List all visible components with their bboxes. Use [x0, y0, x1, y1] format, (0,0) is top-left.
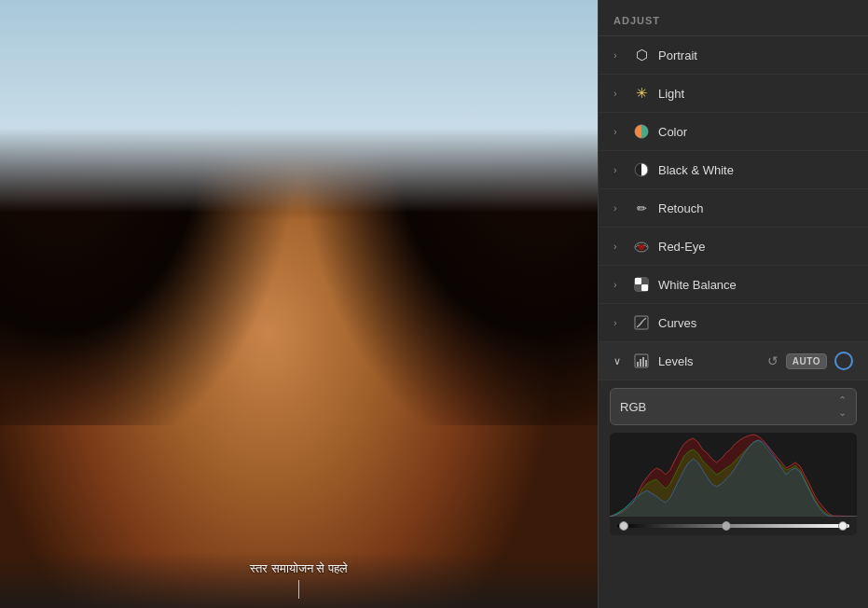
curves-label: Curves	[658, 316, 853, 330]
caption-area: स्तर समायोजन से पहले	[0, 552, 598, 608]
adjust-item-color[interactable]: › Color	[599, 113, 868, 151]
caption-line: स्तर समायोजन से पहले	[250, 561, 348, 599]
red-eye-label: Red-Eye	[658, 240, 853, 254]
chevron-levels: ∨	[613, 355, 623, 367]
retouch-icon: ✏	[632, 199, 651, 217]
portrait-label: Portrait	[658, 48, 853, 62]
svg-point-4	[639, 244, 644, 250]
svg-rect-6	[635, 278, 641, 284]
rgb-dropdown[interactable]: RGB ⌃⌄	[610, 388, 857, 425]
histogram-container	[610, 433, 857, 535]
adjust-item-curves[interactable]: › Curves	[599, 304, 868, 342]
red-eye-icon	[632, 237, 651, 256]
adjust-item-light[interactable]: › ✳ Light	[599, 75, 868, 113]
panel-header: ADJUST	[599, 0, 868, 36]
chevron-curves: ›	[613, 317, 623, 328]
color-icon	[632, 122, 651, 141]
adjust-item-levels[interactable]: ∨ Levels ↺ AUTO	[599, 342, 868, 380]
chevron-black-white: ›	[613, 164, 623, 175]
levels-icon	[632, 352, 651, 370]
portrait-icon: ⬡	[632, 46, 651, 64]
caption-line-indicator	[298, 580, 299, 599]
white-balance-label: White Balance	[658, 278, 853, 292]
dropdown-arrow-icon: ⌃⌄	[838, 394, 847, 419]
levels-controls: ↺ AUTO	[767, 352, 853, 370]
light-label: Light	[658, 87, 853, 101]
svg-rect-7	[641, 284, 648, 291]
curves-icon	[632, 313, 651, 332]
black-white-label: Black & White	[658, 163, 853, 177]
undo-button[interactable]: ↺	[767, 353, 778, 368]
photo-canvas	[0, 0, 598, 608]
chevron-retouch: ›	[613, 202, 623, 214]
white-balance-icon	[632, 275, 651, 294]
levels-white-point-handle[interactable]	[838, 521, 847, 531]
adjust-item-red-eye[interactable]: › Red-Eye	[599, 228, 868, 266]
levels-slider-track[interactable]	[617, 524, 849, 528]
levels-black-point-handle[interactable]	[619, 521, 628, 531]
histogram-svg	[610, 433, 857, 517]
auto-button[interactable]: AUTO	[786, 353, 827, 369]
light-icon: ✳	[632, 84, 651, 103]
svg-rect-8	[641, 278, 648, 284]
retouch-label: Retouch	[658, 201, 853, 215]
color-label: Color	[658, 125, 853, 139]
chevron-color: ›	[613, 126, 623, 137]
adjust-item-black-white[interactable]: › Black & White	[599, 151, 868, 189]
channel-selector-button[interactable]	[834, 352, 853, 370]
rgb-label: RGB	[620, 400, 646, 414]
levels-midpoint-handle[interactable]	[722, 521, 731, 531]
svg-rect-15	[645, 360, 647, 366]
chevron-light: ›	[613, 88, 623, 99]
histogram-canvas	[610, 433, 857, 517]
chevron-portrait: ›	[613, 49, 623, 61]
adjust-item-portrait[interactable]: › ⬡ Portrait	[599, 36, 868, 75]
levels-label: Levels	[658, 354, 767, 368]
adjust-item-retouch[interactable]: › ✏ Retouch	[599, 189, 868, 228]
right-panel: ADJUST › ⬡ Portrait › ✳ Light ›	[598, 0, 868, 608]
caption-text: स्तर समायोजन से पहले	[250, 561, 348, 576]
svg-rect-12	[637, 362, 639, 366]
adjust-list: › ⬡ Portrait › ✳ Light ›	[599, 36, 868, 608]
svg-rect-9	[635, 284, 641, 291]
chevron-white-balance: ›	[613, 279, 623, 290]
svg-rect-14	[642, 357, 644, 366]
histogram-sliders	[610, 517, 857, 535]
adjust-item-white-balance[interactable]: › White Balance	[599, 266, 868, 304]
svg-rect-13	[640, 359, 641, 366]
photo-area: स्तर समायोजन से पहले	[0, 0, 598, 608]
black-white-icon	[632, 160, 651, 179]
main-container: स्तर समायोजन से पहले ADJUST › ⬡ Portrait…	[0, 0, 868, 608]
chevron-red-eye: ›	[613, 241, 623, 252]
panel-title: ADJUST	[613, 15, 660, 26]
